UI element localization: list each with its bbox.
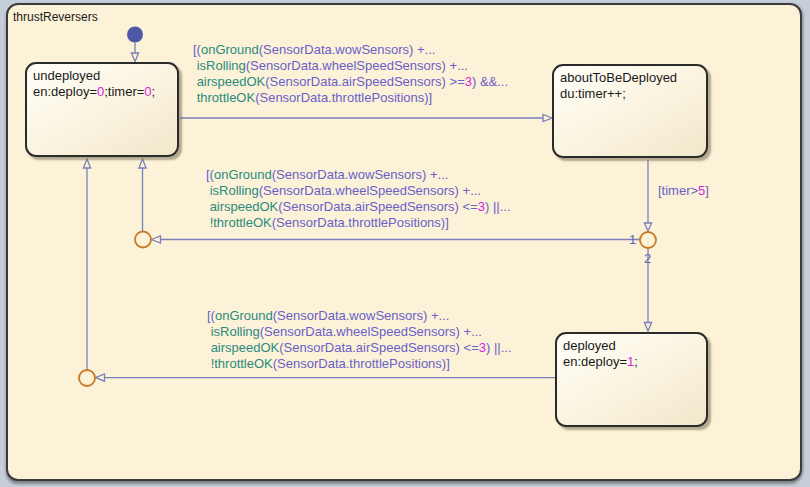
text-run: airspeedOK <box>211 340 280 355</box>
state-undeployed[interactable]: undeployeden:deploy=0;timer=0; <box>25 62 179 157</box>
text-run: onGround <box>201 42 259 57</box>
text-line: throttleOK(SensorData.throttlePositions)… <box>193 90 508 106</box>
text-run: isRolling <box>197 58 246 73</box>
text-line: isRolling(SensorData.wheelSpeedSensors) … <box>207 324 512 340</box>
text-line: airspeedOK(SensorData.airSpeedSensors) <… <box>206 199 511 215</box>
text-line: isRolling(SensorData.wheelSpeedSensors) … <box>206 183 511 199</box>
text-line: undeployed <box>33 68 171 84</box>
text-run: [( <box>207 308 215 323</box>
text-run: 3 <box>479 340 486 355</box>
text-run: onGround <box>214 167 272 182</box>
text-run: onGround <box>215 308 273 323</box>
text-line: deployed <box>563 338 700 354</box>
text-run: undeployed <box>33 68 100 83</box>
arrowhead-icon <box>83 159 90 168</box>
arrowhead-icon <box>543 114 552 121</box>
text-run: [timer> <box>658 183 698 198</box>
junction-1[interactable] <box>640 232 656 248</box>
text-line: airspeedOK(SensorData.airSpeedSensors) <… <box>207 340 512 356</box>
default-transition[interactable] <box>131 43 138 62</box>
arrowhead-icon <box>131 53 138 62</box>
text-run: ; <box>152 84 156 99</box>
transition-undeployed-to-aboutToBeDeployed[interactable] <box>180 114 552 121</box>
text-run: throttleOK <box>197 90 256 105</box>
text-run: (SensorData.airSpeedSensors) <= <box>279 340 478 355</box>
text-run: !throttleOK <box>210 215 272 230</box>
text-run: (SensorData.wheelSpeedSensors) +... <box>259 183 481 198</box>
text-run: (SensorData.wowSensors) +... <box>272 167 449 182</box>
text-run: isRolling <box>211 324 260 339</box>
text-run: 3 <box>465 74 472 89</box>
text-run: (SensorData.airSpeedSensors) <= <box>278 199 477 214</box>
text-line: [(onGround(SensorData.wowSensors) +... <box>207 308 512 324</box>
text-line: isRolling(SensorData.wheelSpeedSensors) … <box>193 58 508 74</box>
text-run: (SensorData.throttlePositions)] <box>272 215 449 230</box>
transition-order-1: 1 <box>629 232 636 248</box>
text-run: ) &&... <box>472 74 508 89</box>
text-run: (SensorData.wheelSpeedSensors) +... <box>246 58 468 73</box>
transition-aboutToBeDeployed-to-junction[interactable] <box>644 160 651 231</box>
state-deployed[interactable]: deployeden:deploy=1; <box>555 332 708 427</box>
text-run: (SensorData.wowSensors) +... <box>259 42 436 57</box>
text-line: [(onGround(SensorData.wowSensors) +... <box>193 42 508 58</box>
transition-label-junction-to-undeployed[interactable]: [(onGround(SensorData.wowSensors) +... i… <box>206 167 511 231</box>
text-line: !throttleOK(SensorData.throttlePositions… <box>207 356 512 372</box>
text-run: [( <box>193 42 201 57</box>
text-run: ) ||... <box>486 340 512 355</box>
junction-3[interactable] <box>79 370 95 386</box>
state-aboutToBeDeployed[interactable]: aboutToBeDeployeddu:timer++; <box>552 64 708 158</box>
text-line: !throttleOK(SensorData.throttlePositions… <box>206 215 511 231</box>
text-run: deployed <box>563 338 616 353</box>
text-run: airspeedOK <box>197 74 266 89</box>
arrowhead-icon <box>644 223 651 231</box>
text-run: ) ||... <box>485 199 511 214</box>
arrowhead-icon <box>96 374 105 381</box>
junction-2[interactable] <box>135 232 151 248</box>
text-run: [( <box>206 167 214 182</box>
text-run: (SensorData.airSpeedSensors) >= <box>265 74 464 89</box>
text-run: ; <box>634 354 638 369</box>
text-run: ;timer= <box>104 84 144 99</box>
text-run: aboutToBeDeployed <box>560 70 677 85</box>
text-run: ] <box>705 183 709 198</box>
transition-order-2: 2 <box>644 251 651 267</box>
state-label-aboutToBeDeployed: aboutToBeDeployeddu:timer++; <box>560 70 700 102</box>
arrowhead-icon <box>152 236 161 243</box>
text-line: [(onGround(SensorData.wowSensors) +... <box>206 167 511 183</box>
text-line: en:deploy=1; <box>563 354 700 370</box>
transition-label-timer[interactable]: [timer>5] <box>658 183 709 199</box>
arrowhead-icon <box>139 159 146 168</box>
initial-state-dot[interactable] <box>127 27 143 43</box>
arrowhead-icon <box>644 323 651 332</box>
transition-label-deployed-to-undeployed[interactable]: [(onGround(SensorData.wowSensors) +... i… <box>207 308 512 372</box>
text-run: (SensorData.throttlePositions)] <box>273 356 450 371</box>
text-run: (SensorData.wheelSpeedSensors) +... <box>260 324 482 339</box>
text-line: en:deploy=0;timer=0; <box>33 84 171 100</box>
text-run: (SensorData.throttlePositions)] <box>255 90 432 105</box>
text-run: airspeedOK <box>210 199 279 214</box>
text-run: du:timer++; <box>560 86 626 101</box>
text-run: !throttleOK <box>211 356 273 371</box>
text-run: 3 <box>478 199 485 214</box>
transition-label-to-aboutToBeDeployed[interactable]: [(onGround(SensorData.wowSensors) +... i… <box>193 42 508 106</box>
stateflow-canvas: thrustReversers <box>0 0 810 487</box>
state-label-undeployed: undeployeden:deploy=0;timer=0; <box>33 68 171 100</box>
text-line: airspeedOK(SensorData.airSpeedSensors) >… <box>193 74 508 90</box>
text-run: 0 <box>144 84 151 99</box>
text-line: aboutToBeDeployed <box>560 70 700 86</box>
text-run: en:deploy= <box>563 354 627 369</box>
text-run: (SensorData.wowSensors) +... <box>273 308 450 323</box>
text-run: en:deploy= <box>33 84 97 99</box>
text-line: du:timer++; <box>560 86 700 102</box>
text-run: isRolling <box>210 183 259 198</box>
state-label-deployed: deployeden:deploy=1; <box>563 338 700 370</box>
text-line: [timer>5] <box>658 183 709 199</box>
